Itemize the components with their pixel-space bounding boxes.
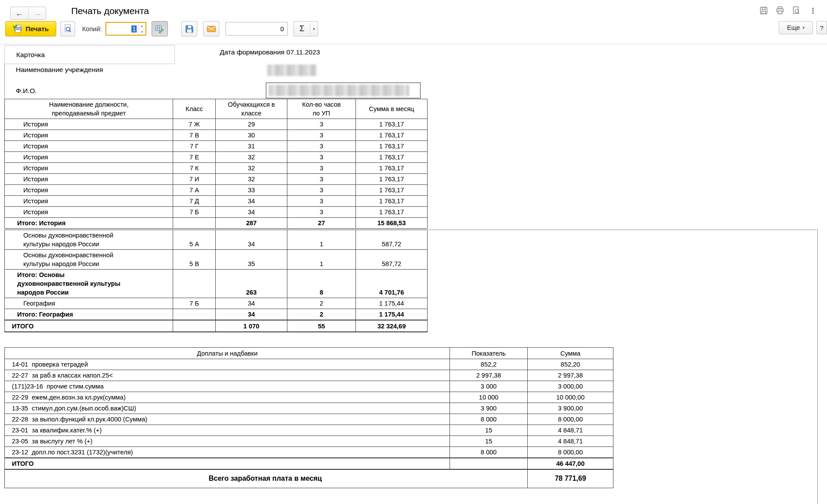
kebab-menu-icon[interactable]: ⋮ xyxy=(808,5,818,16)
sigma-icon: Σ xyxy=(294,24,310,33)
save-icon[interactable] xyxy=(758,5,769,16)
table-row: Основы духовнонравственной культуры наро… xyxy=(5,229,428,250)
fio-label: Ф.И.О. xyxy=(16,87,37,95)
value-cell: 3 xyxy=(287,207,356,218)
value-cell: 263 xyxy=(216,270,287,298)
value-cell: 78 771,69 xyxy=(528,469,613,488)
value-cell: 2 997,38 xyxy=(450,370,528,381)
forward-arrow-icon: → xyxy=(33,9,41,18)
scale-input[interactable]: 0 xyxy=(225,22,288,36)
value-cell: 3 xyxy=(287,174,356,185)
value-cell: 31 xyxy=(216,141,287,152)
row-label-cell: 22-27 за раб.в классах напол.25< xyxy=(5,370,450,381)
save-file-button[interactable] xyxy=(181,21,197,36)
value-cell: 4 701,76 xyxy=(356,270,428,298)
value-cell: 7 Г xyxy=(173,141,216,152)
value-cell: 7 Ж xyxy=(173,119,216,130)
value-cell: 8 000,00 xyxy=(528,447,613,458)
send-mail-button[interactable] xyxy=(203,21,219,36)
spinner-up-button[interactable]: ▲ xyxy=(138,23,145,29)
copies-input[interactable]: 1 ▲ ▼ xyxy=(105,22,146,36)
row-label-cell: История xyxy=(5,196,173,207)
value-cell: 32 324,69 xyxy=(356,320,428,332)
kebab-glyph: ⋮ xyxy=(809,6,817,15)
value-cell: 1 763,17 xyxy=(356,207,428,218)
value-cell: 587,72 xyxy=(356,250,428,270)
value-cell: 3 000,00 xyxy=(528,381,613,392)
table-row: (171)23-16 прочие стим.сумма3 0003 000,0… xyxy=(5,381,613,392)
value-cell: 3 000 xyxy=(450,381,528,392)
row-label-cell: (171)23-16 прочие стим.сумма xyxy=(5,381,450,392)
value-cell: 8 000 xyxy=(450,447,528,458)
value-cell: 587,72 xyxy=(356,229,428,250)
column-header: Доплаты и надбавки xyxy=(5,348,450,359)
page-title: Печать документа xyxy=(71,6,149,16)
salary-table-header-row: Наименование должности, преподаваемый пр… xyxy=(5,99,428,119)
preview-button[interactable] xyxy=(60,21,75,36)
value-cell: 5 А xyxy=(173,229,216,250)
row-label-cell: Итого: История xyxy=(5,218,173,230)
card-cell-label: Карточка xyxy=(16,51,45,59)
envelope-icon xyxy=(207,26,216,32)
row-label-cell: История xyxy=(5,174,173,185)
value-cell xyxy=(450,458,528,469)
value-cell: 30 xyxy=(216,130,287,141)
print-document-window: ← → Печать документа ⋮ Еще ▾ ? xyxy=(0,0,827,504)
help-button[interactable]: ? xyxy=(816,21,827,34)
value-cell: 15 xyxy=(450,436,528,447)
print-area-vline xyxy=(817,230,818,504)
redacted-fio-value xyxy=(268,85,409,96)
value-cell: 3 xyxy=(287,196,356,207)
table-row: ИТОГО1 0705532 324,69 xyxy=(5,320,428,332)
forward-button[interactable]: → xyxy=(29,7,46,19)
value-cell: 8 000 xyxy=(450,414,528,425)
value-cell: 1 763,17 xyxy=(356,119,428,130)
table-row: 22-27 за раб.в классах напол.25<2 997,38… xyxy=(5,370,613,381)
preview-icon[interactable] xyxy=(791,5,802,16)
column-header: Показатель xyxy=(450,348,528,359)
sum-dropdown[interactable]: ▾ xyxy=(310,22,318,36)
value-cell: 3 xyxy=(287,141,356,152)
sum-button[interactable]: Σ ▾ xyxy=(294,21,318,36)
row-label-cell: 22-28 за выпол.функций кл.рук.4000 (Сумм… xyxy=(5,414,450,425)
value-cell: 33 xyxy=(216,185,287,196)
value-cell: 1 763,17 xyxy=(356,130,428,141)
table-row: 23-12 допл.по пост.3231 (1732)(учителя)8… xyxy=(5,447,613,458)
row-label-cell: 23-05 за выслугу лет % (+) xyxy=(5,436,450,447)
value-cell: 7 А xyxy=(173,185,216,196)
table-row: История7 И3231 763,17 xyxy=(5,174,428,185)
table-row: История7 К3231 763,17 xyxy=(5,163,428,174)
row-label-cell: История xyxy=(5,163,173,174)
row-label-cell: Итого: География xyxy=(5,309,173,320)
table-row: ИТОГО46 447,00 xyxy=(5,458,613,469)
value-cell: 32 xyxy=(216,152,287,163)
value-cell: 34 xyxy=(216,229,287,250)
row-label-cell: Итого: Основы духовнонравственной культу… xyxy=(5,270,173,298)
table-row: История7 А3331 763,17 xyxy=(5,185,428,196)
value-cell: 29 xyxy=(216,119,287,130)
table-row: 14-01 проверка тетрадей852,2852,20 xyxy=(5,359,613,370)
table-row: Основы духовнонравственной культуры наро… xyxy=(5,250,428,270)
row-label-cell: 22-29 ежем.ден.возн.за кл.рук(сумма) xyxy=(5,392,450,403)
printer-icon[interactable] xyxy=(775,5,785,16)
print-button[interactable]: Печать xyxy=(5,21,56,36)
column-header: Кол-во часов по УП xyxy=(287,99,356,119)
dropdown-arrow-icon: ▾ xyxy=(313,27,315,31)
more-button[interactable]: Еще ▾ xyxy=(779,21,813,34)
value-cell: 35 xyxy=(216,250,287,270)
row-label-cell: История xyxy=(5,185,173,196)
value-cell: 7 Б xyxy=(173,298,216,309)
spinner-down-button[interactable]: ▼ xyxy=(138,29,145,35)
column-header: Класс xyxy=(173,99,216,119)
table-row: История7 Е3231 763,17 xyxy=(5,152,428,163)
value-cell: 5 В xyxy=(173,250,216,270)
row-label-cell: История xyxy=(5,152,173,163)
value-cell: 2 xyxy=(287,309,356,320)
help-button-label: ? xyxy=(820,24,823,32)
card-cell[interactable]: Карточка xyxy=(4,45,175,64)
value-cell: 2 xyxy=(287,298,356,309)
print-button-label: Печать xyxy=(25,25,48,32)
back-button[interactable]: ← xyxy=(11,7,29,19)
value-cell: 1 763,17 xyxy=(356,185,428,196)
edit-table-button[interactable] xyxy=(152,21,168,36)
